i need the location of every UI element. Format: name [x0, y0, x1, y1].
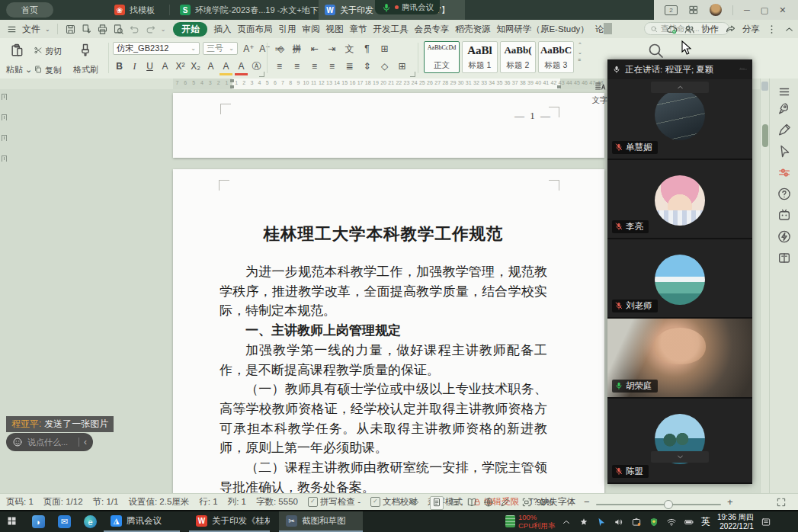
menu-tab-章节[interactable]: 章节	[349, 24, 367, 35]
participant-video-tile[interactable]: 胡荣庭	[607, 319, 752, 399]
outline-view-icon[interactable]	[450, 497, 460, 509]
eye-protect-icon[interactable]	[409, 497, 419, 509]
superscript-button[interactable]: X²	[174, 59, 187, 73]
line-spacing-button[interactable]: ⇕	[361, 59, 373, 73]
align-right-button[interactable]: ≡	[308, 59, 321, 73]
status-拼写检查 -[interactable]: ✓拼写检查 -	[308, 496, 361, 508]
undo-button[interactable]	[129, 24, 140, 35]
quickbar-caret[interactable]: ⌄	[161, 26, 166, 33]
status-字数: 5550[interactable]: 字数: 5550	[256, 496, 298, 508]
ink-icon[interactable]	[500, 497, 511, 509]
screenshot-tool-icon[interactable]	[631, 517, 642, 527]
paste-button[interactable]: 粘贴 ⌄	[6, 64, 32, 75]
tab-list-icon[interactable]: 2	[665, 5, 678, 15]
book-icon[interactable]	[777, 251, 791, 268]
volume-icon[interactable]	[614, 517, 624, 527]
menu-tab-视图[interactable]: 视图	[325, 24, 343, 35]
close-button[interactable]: ✕	[779, 5, 786, 15]
zoom-in-button[interactable]: +	[727, 496, 733, 508]
right-indent-marker[interactable]	[557, 85, 561, 88]
menu-tab-开始[interactable]: 开始	[173, 22, 207, 37]
chat-input-bar[interactable]: 说点什么... ‹	[6, 433, 93, 451]
document-scrollbar[interactable]	[760, 79, 769, 493]
sliders-icon[interactable]	[777, 165, 791, 183]
read-view-icon[interactable]	[466, 497, 477, 509]
char-shading-button[interactable]: A	[204, 59, 217, 73]
service-icon[interactable]	[777, 208, 791, 226]
bullet-list-button[interactable]: ≔	[273, 42, 286, 56]
cut-button[interactable]: 剪切	[34, 44, 62, 58]
print-preview-button[interactable]	[113, 24, 124, 35]
distribute-button[interactable]: ≣	[343, 59, 356, 73]
format-painter-button[interactable]: 格式刷	[73, 64, 98, 75]
font-color-button[interactable]: A	[235, 59, 248, 75]
styles-gallery-scroll[interactable]: ⌃⌄≡	[578, 42, 582, 62]
bold-button[interactable]: B	[113, 59, 126, 73]
fit-page-icon[interactable]	[521, 497, 532, 509]
first-line-indent-marker[interactable]	[230, 79, 234, 82]
number-list-button[interactable]: ≕	[290, 42, 303, 56]
user-avatar[interactable]	[710, 4, 722, 16]
italic-button[interactable]: I	[128, 59, 141, 73]
chat-input-placeholder[interactable]: 说点什么...	[27, 437, 74, 448]
menu-tab-会员专享[interactable]: 会员专享	[414, 24, 449, 35]
zoom-slider-knob[interactable]	[664, 500, 673, 509]
file-menu[interactable]: 文件	[22, 23, 40, 36]
scroll-participants-up-button[interactable]	[651, 82, 709, 93]
menu-tab-页面布局[interactable]: 页面布局	[237, 24, 272, 35]
zoom-slider[interactable]	[596, 504, 721, 505]
highlight-color-button[interactable]: A	[220, 59, 232, 75]
format-painter-icon[interactable]	[78, 43, 93, 61]
collapse-ribbon-icon[interactable]	[784, 24, 795, 35]
asian-layout-button[interactable]: 文	[343, 42, 356, 56]
borders-button[interactable]: ⊞	[396, 59, 409, 73]
notification-center-icon[interactable]	[761, 517, 771, 527]
tray-pointer-icon[interactable]	[596, 517, 607, 527]
minimize-button[interactable]: ─	[744, 5, 750, 14]
cpu-usage-widget[interactable]: 100%CPU利用率	[505, 513, 556, 530]
web-view-icon[interactable]	[483, 497, 494, 509]
page-2[interactable]: 桂林理工大学本科教学工作规范为进一步规范本科教学工作，加强教学管理，规范教学秩序…	[173, 169, 604, 493]
cursor-icon[interactable]	[777, 144, 791, 162]
battery-icon[interactable]	[684, 517, 694, 527]
align-center-button[interactable]: ≡	[290, 59, 303, 73]
menu-tab-审阅[interactable]: 审阅	[302, 24, 319, 35]
pen-icon[interactable]	[777, 123, 791, 140]
style-标题 3[interactable]: AaBbC标题 3	[538, 41, 574, 73]
restore-button[interactable]: ▢	[761, 5, 768, 15]
docer-tab[interactable]: ❀ 找模板	[108, 0, 161, 20]
redo-button[interactable]	[145, 24, 156, 35]
align-left-button[interactable]: ≡	[273, 59, 286, 73]
menu-tab-知网研学（原E-Study）[interactable]: 知网研学（原E-Study）	[496, 24, 588, 35]
help-icon[interactable]	[777, 187, 791, 204]
decrease-font-size-button[interactable]: A⁻	[258, 42, 271, 56]
start-button[interactable]	[6, 515, 18, 527]
style-标题 2[interactable]: AaBb(标题 2	[500, 41, 536, 73]
status-设置值: 2.5厘米[interactable]: 设置值: 2.5厘米	[128, 496, 189, 508]
pinned-app-1-icon[interactable]: ◗	[32, 515, 45, 528]
emoji-icon[interactable]	[12, 437, 23, 447]
flash-icon[interactable]	[777, 229, 791, 247]
taskbar-button-腾讯会议[interactable]: ◮腾讯会议	[104, 511, 180, 532]
tray-expand-icon[interactable]	[561, 517, 572, 527]
hamburger-icon[interactable]	[6, 24, 18, 35]
save-button[interactable]	[65, 24, 76, 35]
more-options-icon[interactable]	[766, 24, 777, 35]
edge-browser-icon[interactable]: e	[84, 515, 97, 528]
decrease-indent-button[interactable]: ⇤	[308, 42, 321, 56]
pinned-app-2-icon[interactable]: ✉	[58, 515, 71, 528]
participant-tile[interactable]: 陈盟	[607, 399, 752, 484]
status-行: 1[interactable]: 行: 1	[199, 496, 217, 508]
char-scale-button[interactable]: A	[159, 59, 171, 73]
chat-collapse-button[interactable]: ‹	[84, 437, 87, 447]
fullscreen-icon[interactable]	[776, 497, 787, 509]
menu-tab-论[interactable]: 论	[595, 24, 604, 35]
status-页面: 1/12[interactable]: 页面: 1/12	[43, 496, 83, 508]
font-size-select[interactable]: 三号⌄	[203, 42, 238, 55]
antivirus-shield-icon[interactable]	[649, 517, 659, 527]
export-pdf-button[interactable]	[81, 24, 92, 35]
status-编辑受限[interactable]: 编辑受限	[473, 496, 519, 508]
sidebar-menu-icon[interactable]	[777, 85, 791, 102]
status-节: 1/1[interactable]: 节: 1/1	[93, 496, 119, 508]
text-tool-button[interactable]: 文字	[591, 80, 608, 106]
